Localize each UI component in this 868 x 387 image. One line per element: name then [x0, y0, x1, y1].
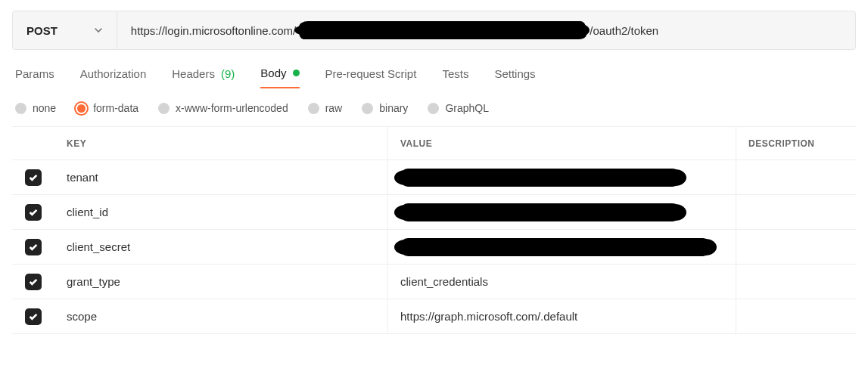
row-enable-checkbox[interactable]	[25, 308, 42, 325]
tab-authorization[interactable]: Authorization	[80, 67, 147, 88]
body-type-selector: none form-data x-www-form-urlencoded raw…	[12, 88, 856, 126]
tab-params[interactable]: Params	[15, 67, 54, 88]
value-input[interactable]	[387, 195, 736, 229]
url-suffix: /oauth2/token	[590, 24, 658, 37]
description-input[interactable]	[736, 230, 856, 264]
tab-body[interactable]: Body	[260, 67, 299, 88]
body-type-none[interactable]: none	[15, 102, 56, 114]
row-enable-checkbox[interactable]	[25, 274, 42, 290]
table-row: grant_type client_credentials	[12, 265, 856, 299]
tab-prerequest[interactable]: Pre-request Script	[325, 67, 417, 88]
key-input[interactable]: client_secret	[54, 240, 387, 253]
radio-selected-icon	[76, 103, 87, 114]
url-prefix: https://login.microsoftonline.com/	[131, 24, 296, 37]
table-row: scope https://graph.microsoft.com/.defau…	[12, 299, 856, 334]
tab-headers-count: (9)	[221, 67, 235, 80]
radio-icon	[362, 103, 373, 114]
value-input[interactable]	[387, 230, 736, 264]
redacted-value	[400, 169, 680, 187]
col-value: VALUE	[387, 127, 736, 159]
request-tabs: Params Authorization Headers (9) Body Pr…	[12, 50, 856, 88]
request-url-input[interactable]: https://login.microsoftonline.com/ /oaut…	[117, 11, 855, 49]
row-enable-checkbox[interactable]	[25, 169, 42, 186]
col-description: DESCRIPTION	[736, 127, 856, 159]
radio-icon	[15, 103, 26, 114]
tab-headers[interactable]: Headers (9)	[172, 67, 235, 88]
row-enable-checkbox[interactable]	[25, 239, 42, 255]
http-method-label: POST	[26, 24, 58, 37]
value-input[interactable]: https://graph.microsoft.com/.default	[387, 299, 736, 333]
body-type-raw[interactable]: raw	[308, 102, 343, 114]
table-row: client_secret	[12, 230, 856, 265]
description-input[interactable]	[736, 299, 856, 333]
form-data-table: KEY VALUE DESCRIPTION tenant client_id c…	[12, 126, 856, 334]
table-header: KEY VALUE DESCRIPTION	[12, 127, 856, 160]
chevron-down-icon	[94, 24, 103, 37]
description-input[interactable]	[736, 160, 856, 194]
request-bar: POST https://login.microsoftonline.com/ …	[12, 11, 856, 50]
body-type-form-data[interactable]: form-data	[76, 102, 138, 114]
value-input[interactable]: client_credentials	[387, 265, 736, 299]
body-type-graphql[interactable]: GraphQL	[428, 102, 489, 114]
tab-tests[interactable]: Tests	[442, 67, 468, 88]
redacted-segment	[299, 21, 586, 39]
key-input[interactable]: grant_type	[54, 275, 387, 288]
radio-icon	[428, 103, 439, 114]
radio-icon	[158, 103, 170, 114]
radio-icon	[308, 103, 319, 114]
http-method-select[interactable]: POST	[13, 11, 117, 49]
tab-headers-label: Headers	[172, 67, 215, 80]
value-input[interactable]	[387, 160, 736, 194]
body-type-binary[interactable]: binary	[362, 102, 408, 114]
tab-body-label: Body	[260, 67, 286, 79]
body-type-xwww[interactable]: x-www-form-urlencoded	[158, 102, 288, 114]
description-input[interactable]	[736, 195, 856, 229]
table-row: client_id	[12, 195, 856, 230]
modified-indicator-icon	[293, 70, 300, 76]
redacted-value	[400, 203, 680, 221]
tab-settings[interactable]: Settings	[494, 67, 535, 88]
key-input[interactable]: client_id	[54, 206, 387, 218]
redacted-value	[400, 238, 711, 256]
table-row: tenant	[12, 160, 856, 195]
key-input[interactable]: scope	[54, 310, 387, 323]
row-enable-checkbox[interactable]	[25, 204, 42, 221]
description-input[interactable]	[736, 265, 856, 299]
col-key: KEY	[54, 138, 387, 149]
key-input[interactable]: tenant	[54, 171, 387, 184]
